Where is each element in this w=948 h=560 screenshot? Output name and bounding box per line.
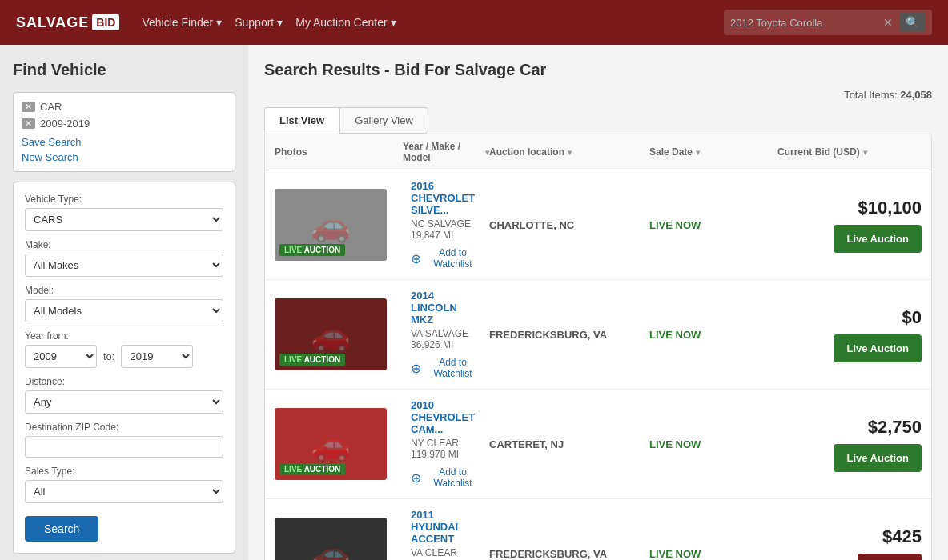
zip-label: Destination ZIP Code: [25, 422, 223, 433]
photo-cell: 🚗 LIVE AUCTION [275, 189, 403, 261]
new-search-link[interactable]: New Search [22, 151, 227, 163]
tab-list-view[interactable]: List View [264, 107, 339, 134]
filter-tag-car: ✕ CAR [22, 101, 227, 113]
active-filters: ✕ CAR ✕ 2009-2019 Save Search New Search [13, 92, 235, 172]
nav-support[interactable]: Support ▾ [231, 10, 286, 35]
car-subtitle: VA CLEAR [411, 547, 481, 558]
year-from-select[interactable]: 2009 [25, 345, 97, 368]
search-input[interactable] [730, 17, 877, 29]
total-count: 24,058 [900, 89, 932, 101]
live-badge: LIVE AUCTION [279, 463, 345, 475]
car-photo[interactable]: 🚗 LIVE AUCTION [275, 518, 387, 560]
filter-form: Vehicle Type: CARS Make: All Makes Model… [13, 182, 235, 554]
make-row: Make: All Makes [25, 239, 223, 277]
car-info: 2016 CHEVROLET SILVE... NC SALVAGE 19,84… [403, 180, 489, 270]
nav-vehicle-finder[interactable]: Vehicle Finder ▾ [139, 10, 225, 35]
sales-type-label: Sales Type: [25, 466, 223, 477]
live-now-status: LIVE NOW [649, 329, 701, 341]
save-search-link[interactable]: Save Search [22, 136, 227, 148]
sales-type-row: Sales Type: All [25, 466, 223, 503]
sales-type-select[interactable]: All [25, 480, 223, 503]
main-content: Search Results - Bid For Salvage Car Tot… [248, 45, 948, 560]
tab-gallery-view[interactable]: Gallery View [339, 107, 428, 134]
zip-row: Destination ZIP Code: [25, 422, 223, 458]
filter-tag-year: ✕ 2009-2019 [22, 118, 227, 130]
add-to-watchlist-button[interactable]: ⊕ Add to Watchlist [411, 466, 481, 489]
location-cell: FREDERICKSBURG, VA [489, 329, 649, 341]
sort-icon: ▾ [863, 148, 867, 157]
plus-icon: ⊕ [411, 361, 421, 376]
table-row: 🚗 LIVE AUCTION 2011 HYUNDAI ACCENT VA CL… [265, 499, 931, 560]
live-auction-button[interactable]: Live Auction [834, 225, 922, 253]
location-cell: CHARLOTTE, NC [489, 219, 649, 231]
search-button[interactable]: Search [25, 516, 98, 542]
logo-bid: BID [92, 14, 119, 30]
car-title[interactable]: 2014 LINCOLN MKZ [411, 290, 457, 326]
car-title[interactable]: 2011 HYUNDAI ACCENT [411, 509, 458, 545]
bid-amount: $2,750 [868, 417, 922, 438]
filter-actions: Save Search New Search [22, 136, 227, 163]
chevron-down-icon: ▾ [216, 16, 222, 29]
model-row: Model: All Models [25, 285, 223, 322]
auction-button[interactable]: Auction [858, 554, 922, 561]
col-sale-date[interactable]: Sale Date ▾ [649, 141, 777, 163]
total-items: Total Items: 24,058 [264, 89, 932, 101]
sort-icon: ▾ [568, 148, 572, 157]
col-bid[interactable]: Current Bid (USD) ▾ [777, 141, 922, 163]
live-now-status: LIVE NOW [649, 219, 701, 231]
col-location[interactable]: Auction location ▾ [489, 141, 649, 163]
remove-car-filter[interactable]: ✕ [22, 102, 35, 112]
distance-label: Distance: [25, 376, 223, 387]
year-to-select[interactable]: 2019 [121, 345, 193, 368]
location-cell: FREDERICKSBURG, VA [489, 548, 649, 560]
watchlist-label: Add to Watchlist [424, 247, 481, 270]
page-title: Search Results - Bid For Salvage Car [264, 61, 932, 79]
search-clear-icon[interactable]: ✕ [883, 16, 893, 29]
model-select[interactable]: All Models [25, 299, 223, 322]
make-select[interactable]: All Makes [25, 254, 223, 277]
table-row: 🚗 LIVE AUCTION 2014 LINCOLN MKZ VA SALVA… [265, 280, 931, 390]
search-submit-button[interactable]: 🔍 [899, 13, 926, 32]
results-list: 🚗 LIVE AUCTION 2016 CHEVROLET SILVE... N… [265, 170, 931, 560]
car-subtitle: VA SALVAGE [411, 328, 481, 339]
bid-amount: $0 [902, 307, 922, 328]
car-mileage: 119,978 MI [411, 449, 481, 460]
chevron-down-icon: ▾ [277, 16, 283, 29]
vehicle-type-label: Vehicle Type: [25, 194, 223, 205]
status-cell: LIVE NOW [649, 438, 777, 450]
search-bar: ✕ 🔍 [724, 10, 932, 35]
bid-amount: $10,100 [858, 198, 922, 218]
logo[interactable]: SALVAGE BID [16, 14, 119, 31]
zip-input[interactable] [25, 436, 223, 458]
car-info: 2010 CHEVROLET CAM... NY CLEAR 119,978 M… [403, 399, 489, 489]
status-cell: LIVE NOW [649, 219, 777, 231]
remove-year-filter[interactable]: ✕ [22, 118, 35, 129]
col-vehicle[interactable]: Year / Make / Model ▾ [403, 141, 489, 163]
sort-icon: ▾ [696, 148, 700, 157]
table-row: 🚗 LIVE AUCTION 2010 CHEVROLET CAM... NY … [265, 390, 931, 499]
add-to-watchlist-button[interactable]: ⊕ Add to Watchlist [411, 247, 481, 270]
car-photo[interactable]: 🚗 LIVE AUCTION [275, 189, 387, 261]
table-row: 🚗 LIVE AUCTION 2016 CHEVROLET SILVE... N… [265, 170, 931, 280]
vehicle-type-row: Vehicle Type: CARS [25, 194, 223, 231]
year-separator: to: [103, 350, 114, 362]
car-photo[interactable]: 🚗 LIVE AUCTION [275, 408, 387, 480]
photo-cell: 🚗 LIVE AUCTION [275, 408, 403, 480]
car-filter-label: CAR [40, 101, 62, 113]
live-auction-button[interactable]: Live Auction [834, 444, 922, 472]
car-mileage: 19,847 MI [411, 230, 481, 241]
bid-action-cell: $10,100 Live Auction [777, 198, 922, 253]
live-now-status: LIVE NOW [649, 438, 701, 450]
nav-auction-center[interactable]: My Auction Center ▾ [292, 10, 399, 35]
plus-icon: ⊕ [411, 251, 421, 266]
car-title[interactable]: 2016 CHEVROLET SILVE... [411, 180, 475, 216]
car-title[interactable]: 2010 CHEVROLET CAM... [411, 399, 475, 435]
add-to-watchlist-button[interactable]: ⊕ Add to Watchlist [411, 357, 481, 379]
distance-row: Distance: Any [25, 376, 223, 414]
header: SALVAGE BID Vehicle Finder ▾ Support ▾ M… [0, 0, 948, 45]
car-photo[interactable]: 🚗 LIVE AUCTION [275, 298, 387, 370]
status-cell: LIVE NOW [649, 548, 777, 560]
distance-select[interactable]: Any [25, 390, 223, 414]
vehicle-type-select[interactable]: CARS [25, 208, 223, 231]
live-auction-button[interactable]: Live Auction [834, 334, 922, 362]
